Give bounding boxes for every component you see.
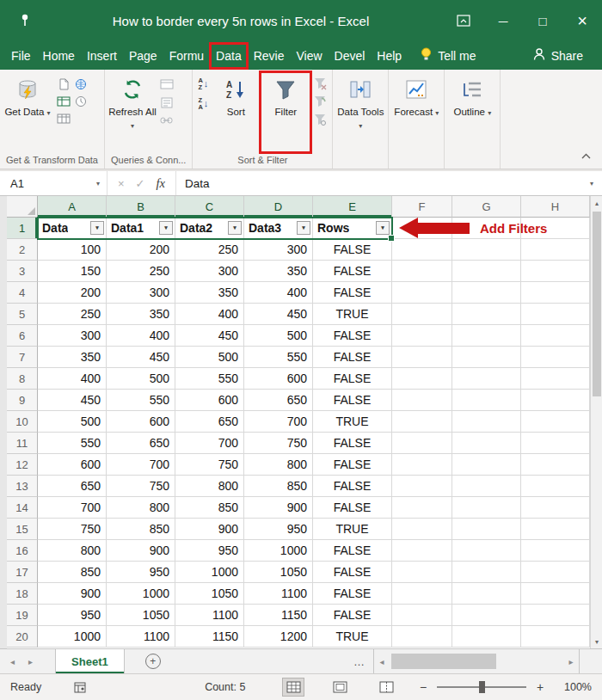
cell-G14[interactable]	[452, 497, 521, 519]
cell-F17[interactable]	[392, 562, 452, 583]
cell-D20[interactable]: 1200	[244, 626, 313, 648]
reapply-filter-icon[interactable]	[312, 95, 328, 108]
tab-file[interactable]: File	[5, 43, 37, 69]
tab-page[interactable]: Page	[123, 43, 163, 69]
cell-E5[interactable]: TRUE	[313, 304, 392, 325]
zoom-slider[interactable]	[437, 686, 526, 688]
cell-A7[interactable]: 350	[38, 347, 107, 368]
cell-C11[interactable]: 700	[175, 433, 244, 454]
cell-D6[interactable]: 500	[244, 325, 313, 347]
cell-H13[interactable]	[521, 476, 590, 497]
sheet-tab-sheet1[interactable]: Sheet1	[55, 649, 125, 673]
cell-A2[interactable]: 100	[38, 239, 107, 261]
cell-H18[interactable]	[521, 583, 590, 605]
ribbon-display-options-button[interactable]	[444, 0, 483, 41]
cell-H20[interactable]	[521, 626, 590, 648]
next-sheet-button[interactable]: ▸	[28, 657, 33, 666]
cell-G16[interactable]	[452, 540, 521, 562]
cell-C14[interactable]: 850	[175, 497, 244, 519]
cell-D7[interactable]: 550	[244, 347, 313, 368]
row-header-16[interactable]: 16	[7, 540, 38, 562]
tab-revie[interactable]: Revie	[248, 43, 291, 69]
cell-D4[interactable]: 400	[244, 282, 313, 304]
cell-B10[interactable]: 600	[107, 411, 175, 433]
cell-D12[interactable]: 800	[244, 454, 313, 476]
collapse-ribbon-button[interactable]	[580, 148, 602, 169]
cell-B4[interactable]: 300	[107, 282, 175, 304]
cell-A11[interactable]: 550	[38, 433, 107, 454]
vertical-scrollbar[interactable]: ▴ ▾	[590, 196, 602, 648]
cell-B5[interactable]: 350	[107, 304, 175, 325]
cell-G17[interactable]	[452, 562, 521, 583]
cell-B7[interactable]: 450	[107, 347, 175, 368]
cell-E12[interactable]: FALSE	[313, 454, 392, 476]
cell-A13[interactable]: 650	[38, 476, 107, 497]
page-layout-view-icon[interactable]	[329, 678, 351, 697]
cell-E20[interactable]: TRUE	[313, 626, 392, 648]
cell-D10[interactable]: 700	[244, 411, 313, 433]
cell-E16[interactable]: FALSE	[313, 540, 392, 562]
cell-C3[interactable]: 300	[175, 261, 244, 282]
cell-A4[interactable]: 200	[38, 282, 107, 304]
cell-A3[interactable]: 150	[38, 261, 107, 282]
cell-A16[interactable]: 800	[38, 540, 107, 562]
cell-G15[interactable]	[452, 519, 521, 540]
formula-input[interactable]: Data	[176, 171, 581, 195]
cell-H2[interactable]	[521, 239, 590, 261]
row-header-2[interactable]: 2	[7, 239, 38, 261]
data-tools-button[interactable]: Data Tools ▾	[335, 72, 385, 152]
column-header-F[interactable]: F	[392, 196, 452, 218]
zoom-level[interactable]: 100%	[556, 681, 592, 693]
row-header-18[interactable]: 18	[7, 583, 38, 605]
cell-D3[interactable]: 350	[244, 261, 313, 282]
cell-G13[interactable]	[452, 476, 521, 497]
minimize-button[interactable]: ─	[483, 0, 523, 41]
macro-record-icon[interactable]	[74, 682, 86, 693]
cell-C12[interactable]: 750	[175, 454, 244, 476]
normal-view-icon[interactable]	[282, 678, 304, 697]
cell-B13[interactable]: 750	[107, 476, 175, 497]
row-header-13[interactable]: 13	[7, 476, 38, 497]
outline-button[interactable]: Outline ▾	[447, 72, 497, 152]
row-header-17[interactable]: 17	[7, 562, 38, 583]
insert-function-icon[interactable]: fx	[157, 176, 165, 191]
page-break-view-icon[interactable]	[375, 678, 397, 697]
row-header-19[interactable]: 19	[7, 605, 38, 626]
cell-F13[interactable]	[392, 476, 452, 497]
cell-B9[interactable]: 550	[107, 390, 175, 411]
filter-dropdown-data[interactable]: ▾	[90, 221, 104, 235]
cell-G11[interactable]	[452, 433, 521, 454]
tab-help[interactable]: Help	[371, 43, 408, 69]
from-text-file-icon[interactable]	[56, 77, 71, 91]
cell-F4[interactable]	[392, 282, 452, 304]
cell-E2[interactable]: FALSE	[313, 239, 392, 261]
cell-E15[interactable]: TRUE	[313, 519, 392, 540]
tab-home[interactable]: Home	[37, 43, 81, 69]
cell-B12[interactable]: 700	[107, 454, 175, 476]
cell-E4[interactable]: FALSE	[313, 282, 392, 304]
close-button[interactable]: ×	[562, 0, 602, 41]
cell-B11[interactable]: 650	[107, 433, 175, 454]
queries-connections-icon[interactable]	[159, 77, 175, 91]
column-header-D[interactable]: D	[244, 196, 313, 218]
cell-H3[interactable]	[521, 261, 590, 282]
zoom-slider-thumb[interactable]	[479, 681, 485, 693]
cell-E10[interactable]: TRUE	[313, 411, 392, 433]
cell-H19[interactable]	[521, 605, 590, 626]
horizontal-scroll-thumb[interactable]	[391, 654, 496, 669]
cell-A20[interactable]: 1000	[38, 626, 107, 648]
cell-A10[interactable]: 500	[38, 411, 107, 433]
cell-F2[interactable]	[392, 239, 452, 261]
cell-C9[interactable]: 600	[175, 390, 244, 411]
properties-icon[interactable]	[159, 95, 175, 109]
cell-H7[interactable]	[521, 347, 590, 368]
cell-D13[interactable]: 850	[244, 476, 313, 497]
tab-view[interactable]: View	[290, 43, 328, 69]
cell-D5[interactable]: 450	[244, 304, 313, 325]
scroll-down-button[interactable]: ▾	[591, 635, 602, 648]
cell-A18[interactable]: 900	[38, 583, 107, 605]
cell-E8[interactable]: FALSE	[313, 368, 392, 390]
cell-F11[interactable]	[392, 433, 452, 454]
cell-F8[interactable]	[392, 368, 452, 390]
column-header-A[interactable]: A	[38, 196, 107, 218]
